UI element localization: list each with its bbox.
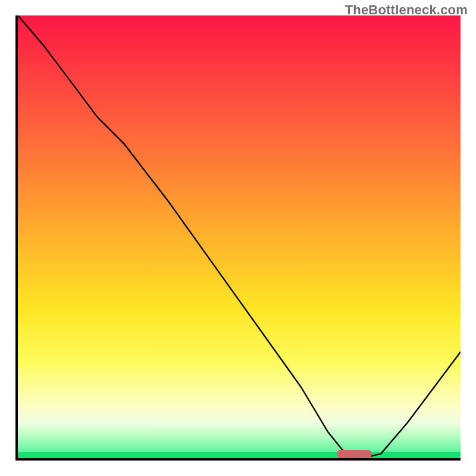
bottleneck-curve (18, 15, 461, 458)
optimal-point-marker (337, 450, 372, 458)
